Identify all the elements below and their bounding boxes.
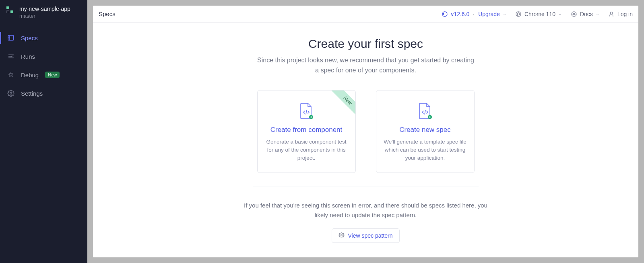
svg-point-5 [10,92,12,95]
footer-text: If you feel that you're seeing this scre… [241,201,491,220]
project-branch: master [19,13,70,19]
hero-title: Create your first spec [221,37,511,51]
login-button[interactable]: Log in [608,11,633,17]
card-title: Create new spec [384,126,467,134]
project-logo-icon [6,6,14,14]
svg-point-3 [13,58,14,58]
new-badge: New [45,72,60,78]
version-dropdown[interactable]: v12.6.0 · Upgrade ⌄ [442,11,506,17]
sidebar-item-label: Specs [21,35,38,41]
sidebar-item-label: Settings [21,90,43,97]
sidebar: my-new-sample-app master Specs Runs Debu… [0,0,87,263]
sidebar-item-settings[interactable]: Settings [0,84,87,103]
project-header[interactable]: my-new-sample-app master [0,3,87,26]
docs-icon [571,11,577,17]
version-label: v12.6.0 [451,11,469,17]
runs-icon [7,53,14,60]
sidebar-item-label: Runs [21,53,35,60]
page-title: Specs [99,10,116,17]
hero-subtitle: Since this project looks new, we recomme… [257,55,475,76]
chevron-down-icon: ⌄ [558,11,562,16]
project-name: my-new-sample-app [19,6,70,12]
chrome-icon [515,11,522,17]
browser-label: Chrome 110 [524,11,555,17]
debug-icon [7,71,14,78]
gear-icon [7,90,14,97]
specs-icon [7,34,14,41]
svg-point-4 [10,74,12,76]
svg-point-14 [341,234,343,236]
sidebar-item-runs[interactable]: Runs [0,47,87,66]
new-ribbon: New [332,90,355,117]
card-create-new-spec[interactable]: Create new spec We'll generate a templat… [376,90,475,173]
cypress-icon [442,11,448,17]
svg-rect-0 [8,35,14,40]
user-icon [608,11,615,17]
footer-note: If you feel that you're seeing this scre… [241,201,491,243]
content: Create your first spec Since this projec… [93,23,638,257]
sidebar-item-label: Debug [21,72,39,78]
sidebar-nav: Specs Runs Debug New Settings [0,29,87,103]
docs-dropdown[interactable]: Docs ⌄ [571,11,599,17]
card-desc: We'll generate a template spec file whic… [384,138,467,162]
view-spec-pattern-button[interactable]: View spec pattern [332,228,399,243]
card-desc: Generate a basic component test for any … [265,138,348,162]
cards-row: New Create from component Generate a bas… [101,90,630,173]
gear-icon [339,232,345,239]
login-label: Log in [617,11,633,17]
svg-point-1 [13,55,14,55]
svg-point-11 [610,12,612,14]
docs-label: Docs [580,11,593,17]
component-spec-icon [299,103,314,119]
svg-point-10 [573,13,575,15]
sidebar-item-specs[interactable]: Specs [0,29,87,47]
main-wrapper: Specs v12.6.0 · Upgrade ⌄ Chrome 110 [87,0,644,263]
divider [253,187,479,187]
card-create-from-component[interactable]: New Create from component Generate a bas… [257,90,356,173]
hero: Create your first spec Since this projec… [221,37,511,76]
browser-dropdown[interactable]: Chrome 110 ⌄ [515,11,562,17]
sidebar-item-debug[interactable]: Debug New [0,66,87,84]
new-spec-icon [418,103,432,119]
card-title: Create from component [265,126,348,134]
svg-point-2 [12,56,12,57]
chevron-down-icon: ⌄ [503,11,506,16]
topbar: Specs v12.6.0 · Upgrade ⌄ Chrome 110 [93,6,638,23]
main-panel: Specs v12.6.0 · Upgrade ⌄ Chrome 110 [93,6,638,257]
button-label: View spec pattern [348,232,392,239]
chevron-down-icon: ⌄ [596,11,599,16]
upgrade-label: Upgrade [478,11,500,17]
